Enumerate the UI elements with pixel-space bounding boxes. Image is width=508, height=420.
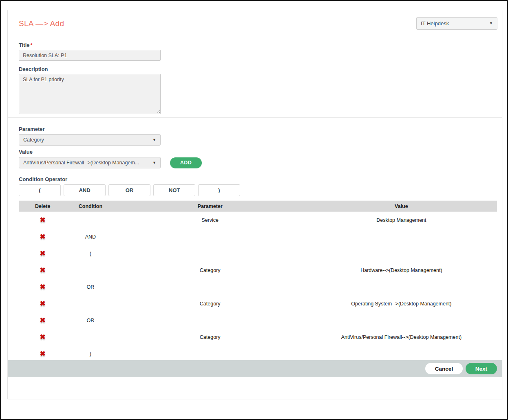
table-row: ✖ Category Operating System-->(Desktop M… xyxy=(19,295,497,312)
description-label: Description xyxy=(19,66,497,72)
required-asterisk: * xyxy=(31,42,33,48)
operator-open-paren-button[interactable]: ( xyxy=(19,184,61,196)
cell-value: Desktop Management xyxy=(306,217,497,223)
cancel-button[interactable]: Cancel xyxy=(425,363,463,374)
delete-icon[interactable]: ✖ xyxy=(40,300,46,307)
table-row: ✖ Service Desktop Management xyxy=(19,212,497,228)
title-label: Title* xyxy=(19,42,497,48)
table-row: ✖ ) xyxy=(19,345,497,362)
chevron-down-icon: ▼ xyxy=(152,161,156,165)
parameter-label: Parameter xyxy=(19,126,497,132)
cell-condition: OR xyxy=(66,318,114,323)
value-row: AntiVirus/Personal Firewall-->(Desktop M… xyxy=(19,155,497,168)
table-row: ✖ AND xyxy=(19,228,497,245)
condition-operator-label: Condition Operator xyxy=(19,176,497,182)
description-textarea[interactable]: SLA for P1 priority xyxy=(19,74,161,114)
app-window: SLA —> Add IT Helpdesk ▼ Title* Descript… xyxy=(0,0,508,420)
cell-value: Hardware-->(Desktop Management) xyxy=(306,267,497,273)
cell-parameter: Category xyxy=(115,334,306,340)
cell-value: Operating System-->(Desktop Management) xyxy=(306,301,497,307)
helpdesk-selector-value: IT Helpdesk xyxy=(421,20,449,27)
basic-info-section: Title* Description SLA for P1 priority xyxy=(8,37,502,118)
delete-icon[interactable]: ✖ xyxy=(40,334,46,340)
cell-condition: ( xyxy=(66,251,114,256)
delete-icon[interactable]: ✖ xyxy=(40,317,46,324)
sla-add-panel: SLA —> Add IT Helpdesk ▼ Title* Descript… xyxy=(7,10,502,399)
operator-close-paren-button[interactable]: ) xyxy=(198,184,240,196)
operator-or-button[interactable]: OR xyxy=(108,184,150,196)
helpdesk-selector[interactable]: IT Helpdesk ▼ xyxy=(416,17,497,30)
chevron-down-icon: ▼ xyxy=(152,138,156,142)
footer-action-bar: Cancel Next xyxy=(8,360,502,377)
chevron-down-icon: ▼ xyxy=(489,22,493,25)
cell-condition: ) xyxy=(66,351,114,357)
table-row: ✖ ( xyxy=(19,245,497,262)
delete-icon[interactable]: ✖ xyxy=(40,233,46,240)
add-button[interactable]: ADD xyxy=(170,157,202,168)
parameter-select-value: Category xyxy=(23,137,44,143)
header-value: Value xyxy=(306,203,497,209)
value-select[interactable]: AntiVirus/Personal Firewall-->(Desktop M… xyxy=(19,157,161,168)
table-row: ✖ OR xyxy=(19,312,497,329)
cell-parameter: Category xyxy=(115,301,306,307)
cell-condition: AND xyxy=(66,234,114,240)
header-delete: Delete xyxy=(19,203,66,209)
delete-icon[interactable]: ✖ xyxy=(40,250,46,257)
table-row: ✖ Category Hardware-->(Desktop Managemen… xyxy=(19,262,497,279)
next-button[interactable]: Next xyxy=(466,363,497,374)
table-row: ✖ Category AntiVirus/Personal Firewall--… xyxy=(19,329,497,345)
cell-parameter: Service xyxy=(115,217,306,223)
value-label: Value xyxy=(19,149,497,155)
header-condition: Condition xyxy=(66,203,114,209)
cell-parameter: Category xyxy=(115,267,306,273)
delete-icon[interactable]: ✖ xyxy=(40,283,46,290)
cell-value: AntiVirus/Personal Firewall-->(Desktop M… xyxy=(306,334,497,340)
delete-icon[interactable]: ✖ xyxy=(40,350,46,357)
table-row: ✖ OR xyxy=(19,279,497,295)
operator-and-button[interactable]: AND xyxy=(64,184,106,196)
conditions-table: Delete Condition Parameter Value ✖ Servi… xyxy=(19,201,497,362)
delete-icon[interactable]: ✖ xyxy=(40,217,46,223)
delete-icon[interactable]: ✖ xyxy=(40,267,46,274)
condition-operator-buttons: ( AND OR NOT ) xyxy=(19,184,497,196)
operator-not-button[interactable]: NOT xyxy=(153,184,195,196)
parameter-select[interactable]: Category ▼ xyxy=(19,134,161,146)
header-parameter: Parameter xyxy=(115,203,306,209)
criteria-section: Parameter Category ▼ Value AntiVirus/Per… xyxy=(8,118,502,362)
conditions-table-header: Delete Condition Parameter Value xyxy=(19,201,497,212)
title-input[interactable] xyxy=(19,50,161,61)
value-select-value: AntiVirus/Personal Firewall-->(Desktop M… xyxy=(23,160,139,166)
page-title: SLA —> Add xyxy=(19,19,64,28)
panel-header: SLA —> Add IT Helpdesk ▼ xyxy=(8,10,502,37)
cell-condition: OR xyxy=(66,284,114,290)
